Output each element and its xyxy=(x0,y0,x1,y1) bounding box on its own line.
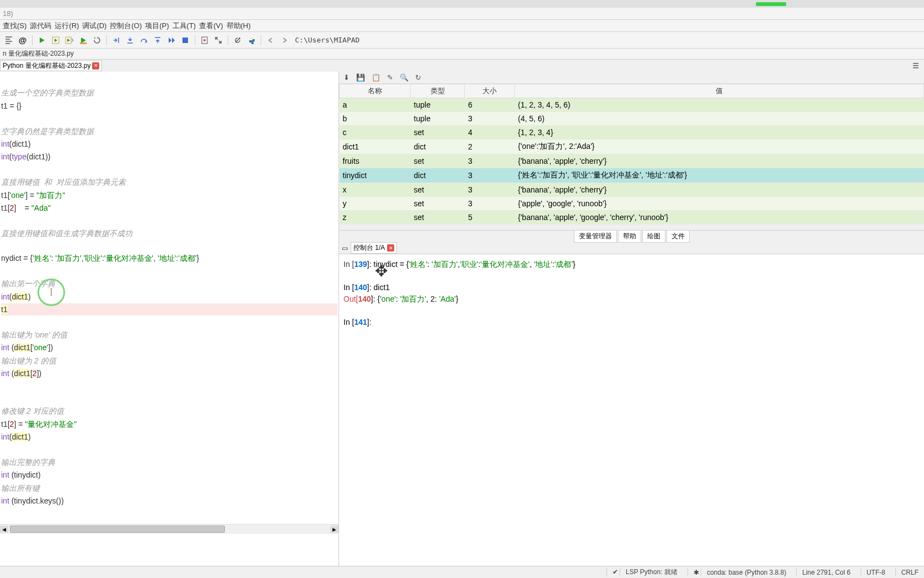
menu-item[interactable]: 运行(R) xyxy=(53,21,80,31)
scrollbar-thumb[interactable] xyxy=(10,526,225,533)
right-pane: ⬇ 💾 📋 ✎ 🔍 ↻ 名称类型大小值 atuple6(1, 2, 3, 4, … xyxy=(339,72,924,578)
table-row[interactable]: dict1dict2{'one':'加百力', 2:'Ada'} xyxy=(340,140,924,154)
edit-icon[interactable]: ✎ xyxy=(387,73,393,82)
statusbar: ✔ LSP Python: 就绪 ✱ conda: base (Python 3… xyxy=(0,566,924,578)
column-header[interactable]: 名称 xyxy=(340,84,411,98)
variable-toolbar: ⬇ 💾 📋 ✎ 🔍 ↻ xyxy=(339,72,924,84)
scroll-right-icon[interactable]: ▶ xyxy=(330,526,339,533)
console-menu-icon[interactable]: ▭ xyxy=(342,244,348,252)
menu[interactable]: 查找(S)源代码运行(R)调试(D)控制台(O)项目(P)工具(T)查看(V)帮… xyxy=(0,20,924,32)
code-editor[interactable]: 生成一个空的字典类型数据 t1 = {} 空字典仍然是字典类型数据 int(di… xyxy=(0,72,339,524)
pane-tab[interactable]: 文件 xyxy=(667,230,690,243)
console-tab-label: 控制台 1/A xyxy=(353,243,385,253)
menu-item[interactable]: 查看(V) xyxy=(197,21,224,31)
column-header[interactable]: 类型 xyxy=(411,84,465,98)
pane-tab[interactable]: 变量管理器 xyxy=(574,230,617,243)
toolbar: @ C:\Users\MIAPAD xyxy=(0,32,924,49)
menu-item[interactable]: 帮助(H) xyxy=(225,21,253,31)
breadcrumb-bar: n 量化编程基础-2023.py xyxy=(0,49,924,60)
menu-item[interactable]: 工具(T) xyxy=(171,21,198,31)
refresh-icon[interactable]: ↻ xyxy=(415,73,421,82)
menu-item[interactable]: 调试(D) xyxy=(80,21,108,31)
continue-icon[interactable] xyxy=(165,34,178,46)
step-over-icon[interactable] xyxy=(138,34,150,46)
hamburger-icon[interactable] xyxy=(912,62,920,69)
restart-icon[interactable] xyxy=(91,34,103,46)
pane-tab[interactable]: 绘图 xyxy=(642,230,665,243)
close-icon[interactable]: ✕ xyxy=(92,62,99,69)
run-selection-icon[interactable] xyxy=(77,34,89,46)
scroll-left-icon[interactable]: ◀ xyxy=(0,526,8,533)
outdent-icon[interactable] xyxy=(3,34,15,46)
console-tab[interactable]: 控制台 1/A ✕ xyxy=(351,242,397,254)
column-header[interactable]: 值 xyxy=(515,84,924,98)
menu-item[interactable]: 源代码 xyxy=(28,21,53,31)
status-position: Line 2791, Col 6 xyxy=(796,569,850,576)
menu-item[interactable]: 控制台(O) xyxy=(108,21,143,31)
table-row[interactable]: atuple6(1, 2, 3, 4, 5, 6) xyxy=(340,98,924,112)
status-encoding: UTF-8 xyxy=(861,569,885,576)
run-cell-advance-icon[interactable] xyxy=(63,34,76,46)
stop-icon[interactable] xyxy=(179,34,191,46)
filetab-active[interactable]: Python 量化编程基础-2023.py ✕ xyxy=(0,60,102,71)
search-icon[interactable]: 🔍 xyxy=(400,73,409,82)
editor-pane[interactable]: 生成一个空的字典类型数据 t1 = {} 空字典仍然是字典类型数据 int(di… xyxy=(0,72,339,578)
console-tabs: ▭ 控制台 1/A ✕ xyxy=(339,242,924,254)
settings-icon[interactable] xyxy=(232,34,244,46)
python-icon[interactable] xyxy=(245,34,257,46)
filetab-label: Python 量化编程基础-2023.py xyxy=(3,61,90,71)
at-icon[interactable]: @ xyxy=(17,34,29,46)
menu-item[interactable]: 项目(P) xyxy=(143,21,170,31)
save-as-icon[interactable]: 📋 xyxy=(372,73,380,82)
table-row[interactable]: cset4{1, 2, 3, 4} xyxy=(340,126,924,140)
run-cell-icon[interactable] xyxy=(50,34,62,46)
svg-rect-2 xyxy=(80,42,87,44)
save-icon[interactable]: 💾 xyxy=(356,73,365,82)
debug-file-icon[interactable] xyxy=(198,34,211,46)
step-out-icon[interactable] xyxy=(152,34,164,46)
menu-item[interactable]: 查找(S) xyxy=(1,21,28,31)
svg-rect-3 xyxy=(182,38,188,43)
working-dir: C:\Users\MIAPAD xyxy=(295,36,359,44)
table-row[interactable]: tinydictdict3{'姓名':'加百力', '职业':'量化对冲基金',… xyxy=(340,168,924,183)
run-icon[interactable] xyxy=(36,34,48,46)
step-into-icon[interactable] xyxy=(124,34,136,46)
pane-tab[interactable]: 帮助 xyxy=(618,230,641,243)
file-tabs: Python 量化编程基础-2023.py ✕ xyxy=(0,60,924,72)
menubar: 18) xyxy=(0,8,924,20)
import-icon[interactable]: ⬇ xyxy=(343,73,350,82)
status-conda: ✱ conda: base (Python 3.8.8) xyxy=(687,569,786,576)
back-icon[interactable] xyxy=(265,34,277,46)
forward-icon[interactable] xyxy=(278,34,291,46)
titlebar xyxy=(0,0,924,8)
table-row[interactable]: xset3{'banana', 'apple', 'cherry'} xyxy=(340,183,924,197)
table-row[interactable]: fruitsset3{'banana', 'apple', 'cherry'} xyxy=(340,154,924,168)
progress-indicator xyxy=(756,2,786,6)
debug-step-icon[interactable] xyxy=(110,34,122,46)
table-row[interactable]: yset3{'apple', 'google', 'runoob'} xyxy=(340,197,924,211)
close-icon[interactable]: ✕ xyxy=(387,244,394,251)
svg-point-6 xyxy=(250,38,251,39)
variable-table[interactable]: 名称类型大小值 atuple6(1, 2, 3, 4, 5, 6)btuple3… xyxy=(339,84,924,224)
status-lsp: ✔ LSP Python: 就绪 xyxy=(606,568,678,577)
maximize-icon[interactable] xyxy=(212,34,224,46)
table-row[interactable]: zset5{'banana', 'apple', 'google', 'cher… xyxy=(340,211,924,224)
svg-point-5 xyxy=(203,39,206,41)
breadcrumb: n 量化编程基础-2023.py xyxy=(0,49,77,58)
title-fragment: 18) xyxy=(1,9,15,18)
table-row[interactable]: btuple3(4, 5, 6) xyxy=(340,112,924,126)
column-header[interactable]: 大小 xyxy=(465,84,515,98)
ipython-console[interactable]: ✥ In [139]: tinydict = {'姓名': '加百力','职业'… xyxy=(339,254,924,572)
status-eol: CRLF xyxy=(895,569,918,576)
right-pane-tabs[interactable]: 变量管理器帮助绘图文件 xyxy=(339,230,924,242)
horizontal-scrollbar[interactable]: ◀ ▶ xyxy=(0,524,339,534)
